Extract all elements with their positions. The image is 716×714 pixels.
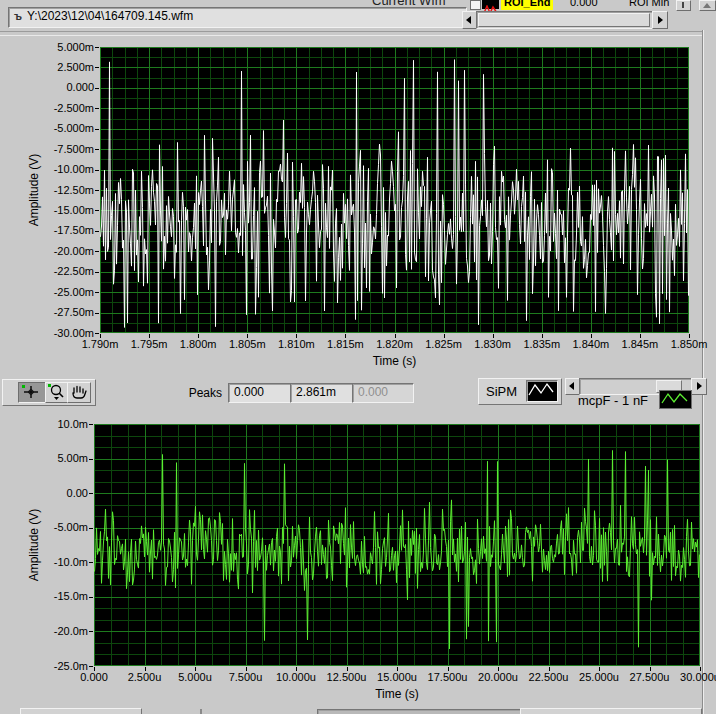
mcp-legend-label[interactable]: mcpF - 1 nF <box>578 393 648 408</box>
x-tick-mark <box>689 334 690 338</box>
plot-scroll-right-button[interactable] <box>691 378 707 395</box>
y-tick-mark <box>95 129 99 130</box>
app-window: Current Wfm ъY:\2023\12\04\164709.145.wf… <box>0 0 716 714</box>
y-tick-label: -20.0m <box>32 625 88 637</box>
y-tick-mark <box>95 108 99 109</box>
x-tick-mark <box>542 334 543 338</box>
peaks-label: Peaks <box>186 386 222 400</box>
bottom-clipped-notch <box>200 709 202 714</box>
y-tick-label: 5.00m <box>32 452 88 464</box>
x-tick-mark <box>650 667 651 671</box>
y-tick-label: -7.500m <box>38 143 94 155</box>
y-tick-label: 5.000m <box>38 41 94 53</box>
y-tick-mark <box>89 562 93 563</box>
x-axis-title: Time (s) <box>357 687 437 701</box>
peak-field-3[interactable]: 0.000 <box>352 383 414 403</box>
y-tick-mark <box>95 149 99 150</box>
y-tick-mark <box>95 313 99 314</box>
y-tick-mark <box>89 424 93 425</box>
graph-palette <box>2 379 96 406</box>
peak-field-1[interactable]: 0.000 <box>228 383 291 403</box>
y-tick-mark <box>95 88 99 89</box>
y-tick-mark <box>89 493 93 494</box>
y-tick-mark <box>95 210 99 211</box>
x-tick-mark <box>198 334 199 338</box>
x-tick-mark <box>591 334 592 338</box>
sipm-plot-sample[interactable] <box>526 380 558 402</box>
y-tick-label: -2.500m <box>38 102 94 114</box>
cursor-tool-button[interactable] <box>18 382 46 403</box>
waveform-plot[interactable] <box>100 47 689 333</box>
bottom-clipped-panel-right <box>520 708 702 714</box>
y-tick-label: -25.0m <box>32 660 88 672</box>
y-tick-label: -25.00m <box>38 286 94 298</box>
zoom-tool-button[interactable] <box>45 382 69 403</box>
y-tick-mark <box>89 631 93 632</box>
x-tick-mark <box>246 667 247 671</box>
y-tick-label: -17.50m <box>38 224 94 236</box>
x-tick-mark <box>296 667 297 671</box>
y-tick-label: -15.0m <box>32 590 88 602</box>
waveform-plot[interactable] <box>94 424 700 666</box>
y-tick-label: -15.00m <box>38 204 94 216</box>
mcp-plot-sample[interactable] <box>659 390 692 409</box>
x-tick-mark <box>347 667 348 671</box>
bottom-clipped-panel-left <box>20 708 142 714</box>
sipm-legend-label[interactable]: SiPM <box>486 384 517 399</box>
peak-field-2[interactable]: 2.861m <box>290 383 353 403</box>
x-tick-label: 30.000u <box>670 671 716 683</box>
x-tick-mark <box>94 667 95 671</box>
x-tick-mark <box>397 667 398 671</box>
y-tick-mark <box>89 528 93 529</box>
x-tick-mark <box>599 667 600 671</box>
x-tick-mark <box>195 667 196 671</box>
y-tick-label: -12.50m <box>38 184 94 196</box>
y-tick-mark <box>95 333 99 334</box>
crosshair-icon <box>19 383 43 400</box>
y-tick-mark <box>95 292 99 293</box>
x-axis-title: Time (s) <box>355 354 435 368</box>
left-arrow-icon <box>569 382 574 390</box>
x-tick-mark <box>296 334 297 338</box>
x-tick-mark <box>700 667 701 671</box>
x-tick-mark <box>145 667 146 671</box>
y-axis-title: Amplitude (V) <box>27 154 41 227</box>
sipm-legend: SiPM <box>478 378 562 405</box>
y-tick-label: -10.00m <box>38 163 94 175</box>
x-tick-mark <box>448 667 449 671</box>
x-tick-mark <box>549 667 550 671</box>
x-tick-mark <box>149 334 150 338</box>
y-tick-label: -22.50m <box>38 265 94 277</box>
right-arrow-icon <box>697 382 702 390</box>
bottom-clipped-groove <box>317 709 522 714</box>
y-axis-title: Amplitude (V) <box>27 509 41 582</box>
y-tick-mark <box>95 272 99 273</box>
y-tick-mark <box>89 597 93 598</box>
y-tick-mark <box>95 231 99 232</box>
y-tick-mark <box>95 67 99 68</box>
sipm-wave-icon <box>527 381 555 399</box>
y-tick-label: 0.000 <box>38 81 94 93</box>
x-tick-mark <box>345 334 346 338</box>
x-tick-mark <box>498 667 499 671</box>
x-tick-label: 1.850m <box>659 338 716 350</box>
x-tick-mark <box>395 334 396 338</box>
y-tick-mark <box>95 170 99 171</box>
pan-tool-button[interactable] <box>67 382 91 403</box>
x-tick-mark <box>493 334 494 338</box>
y-tick-mark <box>95 190 99 191</box>
y-tick-label: -27.50m <box>38 306 94 318</box>
y-tick-mark <box>95 47 99 48</box>
x-tick-mark <box>247 334 248 338</box>
x-tick-mark <box>100 334 101 338</box>
mcp-wave-icon <box>660 391 689 406</box>
magnifier-icon <box>46 383 66 400</box>
y-tick-mark <box>95 251 99 252</box>
y-tick-mark <box>89 459 93 460</box>
y-tick-label: 10.0m <box>32 418 88 430</box>
x-tick-mark <box>444 334 445 338</box>
charts-layer: 5.000m2.500m0.000-2.500m-5.000m-7.500m-1… <box>0 0 716 714</box>
y-tick-label: 0.00 <box>32 487 88 499</box>
y-tick-mark <box>89 666 93 667</box>
y-tick-label: -20.00m <box>38 245 94 257</box>
